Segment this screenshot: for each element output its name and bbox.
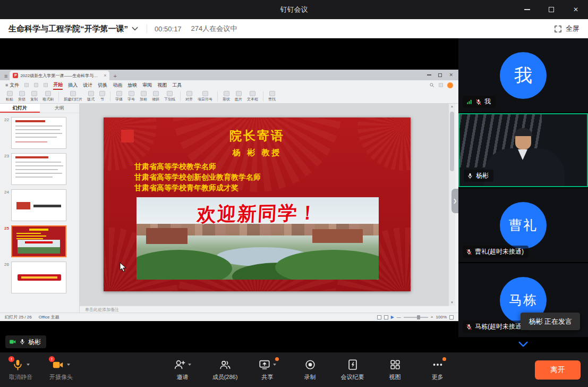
italic-icon bbox=[153, 91, 159, 96]
ribbon-collapse-icon bbox=[439, 83, 443, 87]
ppt-menu-tools: 工具 bbox=[172, 81, 182, 89]
font-icon bbox=[116, 91, 122, 96]
mic-device-caret-icon[interactable] bbox=[27, 364, 30, 366]
members-button[interactable]: 成员(286) bbox=[212, 358, 238, 381]
leave-meeting-button[interactable]: 离开 bbox=[535, 360, 581, 380]
sorter-view-icon bbox=[384, 315, 388, 319]
photo-building bbox=[146, 228, 188, 244]
slide-number: 25 bbox=[1, 225, 9, 231]
layout-icon bbox=[88, 91, 94, 96]
ppt-maximize-icon bbox=[438, 73, 442, 77]
shared-ppt-window: ≡ P 2022级新生入学第一课——生命科学与工程学院 × + ✕ ≡ 文件 bbox=[0, 70, 458, 321]
sidebar-collapse-handle[interactable]: ❯ bbox=[451, 189, 458, 213]
slide-number: 26 bbox=[1, 262, 9, 267]
share-screen-button[interactable]: 共享 bbox=[254, 358, 281, 381]
close-button[interactable]: ✕ bbox=[564, 0, 588, 19]
thumbnail-card bbox=[11, 153, 66, 185]
slide-number: 23 bbox=[1, 153, 9, 158]
unmute-button[interactable]: ! 取消静音 bbox=[7, 358, 34, 381]
fullscreen-button[interactable]: 全屏 bbox=[554, 24, 580, 33]
unmute-label: 取消静音 bbox=[9, 373, 32, 381]
ppt-file-icon: P bbox=[13, 73, 18, 78]
slide-thumbnail-panel: 幻灯片 大纲 22 bbox=[0, 104, 80, 313]
ribbon-copy: 复制 bbox=[29, 91, 39, 102]
theme-name: Office 主题 bbox=[39, 314, 59, 320]
tile-name-badge: 杨彬 bbox=[464, 170, 493, 182]
invite-button[interactable]: 邀请 bbox=[169, 358, 196, 381]
ribbon-bold: 加粗 bbox=[138, 91, 149, 102]
mic-icon bbox=[19, 339, 25, 345]
cut-icon bbox=[19, 91, 25, 96]
mic-warning-icon: ! bbox=[8, 356, 14, 362]
titlebar: 钉钉会议 ✕ bbox=[0, 0, 588, 19]
notes-placeholder: 单击此处添加备注 bbox=[85, 307, 119, 313]
share-caret-icon bbox=[273, 364, 276, 366]
ppt-window-controls: ✕ bbox=[427, 70, 458, 80]
meeting-toolbar: ! 取消静音 ! 开摄像头 邀请 bbox=[0, 352, 588, 387]
ppt-menu-transition: 切换 bbox=[98, 81, 107, 89]
zoom-slider bbox=[404, 317, 428, 318]
camera-device-caret-icon[interactable] bbox=[67, 364, 70, 366]
chevron-down-icon[interactable] bbox=[131, 24, 139, 33]
mic-muted-icon bbox=[466, 324, 472, 330]
slide-title: 院长寄语 bbox=[104, 128, 411, 144]
shapes-icon bbox=[224, 91, 229, 96]
ribbon-picture: 图片 bbox=[233, 91, 244, 102]
maximize-button[interactable] bbox=[539, 0, 564, 19]
record-icon bbox=[304, 359, 316, 371]
ppt-close-icon: ✕ bbox=[449, 72, 453, 78]
minimize-button[interactable] bbox=[515, 0, 539, 19]
fullscreen-icon bbox=[554, 25, 562, 33]
scroll-down-icon: ▼ bbox=[450, 300, 454, 306]
view-label: 视图 bbox=[389, 373, 401, 381]
slide-thumbnail-25-current: 25 bbox=[1, 225, 77, 257]
scroll-more-participants-icon[interactable] bbox=[510, 338, 536, 351]
honor-line: 甘肃省高等学校创新创业教育教学名师 bbox=[134, 173, 261, 182]
camera-on-icon bbox=[9, 338, 16, 346]
honor-line: 甘肃省高等学校青年教师成才奖 bbox=[134, 183, 238, 193]
shared-screen-area: ≡ P 2022级新生入学第一课——生命科学与工程学院 × + ✕ ≡ 文件 bbox=[0, 38, 458, 352]
video-tile-yangbin-active[interactable]: 杨彬 bbox=[458, 113, 588, 187]
video-tile-caoli[interactable]: 曹礼 曹礼(超时未接通) bbox=[458, 188, 588, 262]
ppt-tab-bar: ≡ P 2022级新生入学第一课——生命科学与工程学院 × + ✕ bbox=[0, 70, 458, 80]
invite-label: 邀请 bbox=[177, 373, 189, 381]
ppt-file-menu: ≡ 文件 bbox=[5, 82, 19, 89]
welcome-calligraphy: 欢迎新同学！ bbox=[137, 199, 379, 229]
zoom-in-icon: + bbox=[431, 315, 433, 319]
tile-name-badge: 曹礼(超时未接通) bbox=[463, 246, 529, 258]
ppt-menu-home: 开始 bbox=[53, 80, 63, 90]
copy-icon bbox=[31, 91, 37, 96]
wps-home-icon: ≡ bbox=[4, 73, 7, 79]
ppt-document-title: 2022级新生入学第一课——生命科学与工程学院 bbox=[20, 73, 101, 79]
meeting-timer: 00:50:17 bbox=[155, 25, 182, 33]
slide-thumbnail-24: 24 bbox=[1, 189, 77, 221]
zoom-knob bbox=[417, 315, 420, 319]
ppt-menu-design: 设计 bbox=[83, 81, 92, 89]
current-slide: 院长寄语 杨 彬 教授 甘肃省高等学校教学名师 甘肃省高等学校创新创业教育教学名… bbox=[104, 117, 411, 291]
ppt-menu-review: 审阅 bbox=[142, 81, 152, 89]
tile-name-badge: 马栋(超时未接通) bbox=[463, 321, 529, 333]
format-painter-icon bbox=[45, 91, 51, 96]
ribbon-separator bbox=[110, 91, 110, 102]
zoom-out-icon: — bbox=[397, 315, 401, 319]
record-button[interactable]: 录制 bbox=[297, 358, 323, 381]
window-controls: ✕ bbox=[515, 0, 588, 19]
members-label: 成员(286) bbox=[212, 373, 238, 381]
view-layout-button[interactable]: 视图 bbox=[382, 358, 408, 381]
mic-icon bbox=[467, 173, 473, 179]
participant-count: 274人在会议中 bbox=[191, 24, 237, 33]
fit-window-icon bbox=[449, 315, 454, 319]
ribbon-separator bbox=[263, 91, 263, 102]
meeting-minutes-button[interactable]: 会议纪要 bbox=[339, 358, 366, 381]
camera-on-button[interactable]: ! 开摄像头 bbox=[48, 358, 74, 381]
mic-muted-icon bbox=[475, 99, 482, 105]
slide-canvas: 院长寄语 杨 彬 教授 甘肃省高等学校教学名师 甘肃省高等学校创新创业教育教学名… bbox=[80, 104, 449, 306]
ribbon-italic: 倾斜 bbox=[150, 91, 161, 102]
more-button[interactable]: 更多 bbox=[424, 358, 451, 381]
find-icon bbox=[269, 91, 275, 96]
divider bbox=[147, 24, 147, 33]
more-label: 更多 bbox=[432, 373, 444, 381]
undo-icon bbox=[34, 83, 38, 87]
ppt-menu-view: 视图 bbox=[157, 81, 167, 89]
video-tile-me[interactable]: 我 我 bbox=[458, 38, 588, 112]
